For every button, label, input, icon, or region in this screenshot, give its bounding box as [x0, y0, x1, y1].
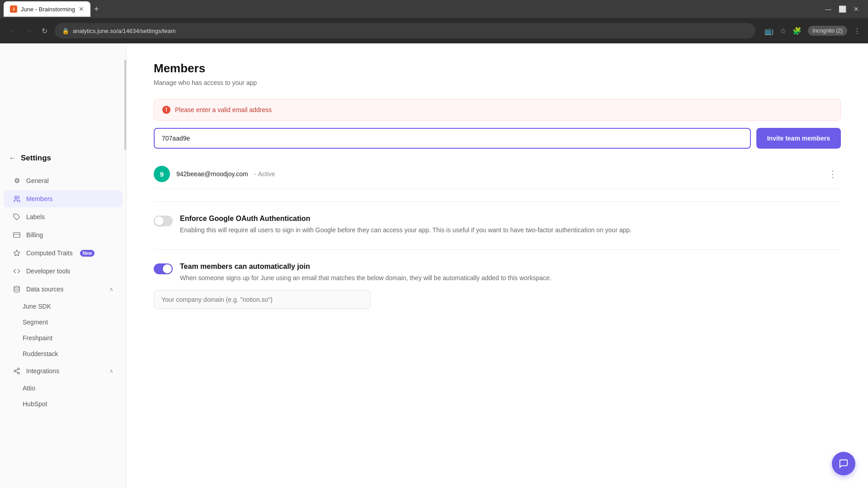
members-icon: [13, 195, 21, 203]
close-window-icon[interactable]: ✕: [854, 5, 859, 13]
sidebar-item-label: Billing: [26, 231, 43, 239]
url-bar[interactable]: 🔒 analytics.june.so/a/14634/settings/tea…: [55, 23, 755, 38]
sidebar-child-rudderstack[interactable]: Rudderstack: [4, 346, 123, 361]
domain-input-wrapper: [154, 290, 841, 309]
menu-icon[interactable]: ⋮: [854, 27, 861, 35]
oauth-section: Enforce Google OAuth Authentication Enab…: [154, 215, 841, 235]
tab-bar: J June - Brainstorming ✕ + — ⬜ ✕: [0, 0, 868, 18]
child-label: Rudderstack: [23, 350, 58, 357]
oauth-toggle[interactable]: [154, 216, 173, 226]
chat-button[interactable]: [832, 452, 855, 475]
app-container: ← Settings ⚙ General Members: [0, 43, 868, 488]
extensions-icon[interactable]: 🧩: [793, 27, 802, 35]
tab-close-button[interactable]: ✕: [79, 6, 84, 12]
data-sources-children: June SDK Segment Freshpaint Rudderstack: [0, 298, 126, 362]
members-list: 9 942beeae@moodjoy.com - Active ⋮: [154, 160, 841, 189]
svg-point-0: [14, 196, 17, 199]
forward-button[interactable]: →: [24, 25, 34, 37]
url-text: analytics.june.so/a/14634/settings/team: [73, 28, 748, 34]
integrations-children: Attio HubSpot: [0, 380, 126, 412]
sidebar: ← Settings ⚙ General Members: [0, 43, 127, 488]
active-tab[interactable]: J June - Brainstorming ✕: [4, 1, 90, 17]
toggle-knob: [155, 216, 164, 225]
auto-join-text: Team members can automatically join When…: [180, 263, 552, 283]
svg-marker-4: [14, 250, 19, 256]
child-label: June SDK: [23, 303, 51, 310]
error-message: Please enter a valid email address: [175, 106, 272, 113]
billing-icon: [13, 231, 21, 239]
toggle-knob: [163, 264, 172, 273]
sidebar-scrollbar: [124, 60, 126, 150]
window-controls: — ⬜ ✕: [825, 5, 864, 13]
data-sources-icon: [13, 285, 21, 293]
expand-icon: ∧: [109, 368, 113, 374]
sidebar-item-developer-tools[interactable]: Developer tools: [4, 263, 123, 280]
sidebar-title: Settings: [21, 154, 51, 163]
tab-favicon: J: [10, 5, 17, 13]
sidebar-item-label: Developer tools: [26, 267, 70, 275]
sidebar-item-label: Data sources: [26, 286, 63, 293]
sidebar-item-label: General: [26, 177, 49, 184]
minimize-icon[interactable]: —: [825, 5, 831, 13]
sidebar-header[interactable]: ← Settings: [0, 150, 126, 172]
sidebar-child-attio[interactable]: Attio: [4, 380, 123, 396]
auto-join-section: Team members can automatically join When…: [154, 263, 841, 309]
sidebar-child-june-sdk[interactable]: June SDK: [4, 299, 123, 314]
avatar-letter: 9: [160, 170, 164, 178]
svg-point-5: [14, 286, 19, 288]
member-avatar: 9: [154, 166, 170, 182]
profile-label: Incognito (2): [812, 28, 843, 34]
domain-input[interactable]: [154, 290, 371, 309]
error-icon: !: [162, 106, 170, 114]
expand-icon: ∧: [109, 286, 113, 292]
labels-icon: [13, 213, 21, 221]
sidebar-item-label: Computed Traits: [26, 249, 73, 257]
oauth-title: Enforce Google OAuth Authentication: [180, 215, 632, 223]
bookmark-icon[interactable]: ☆: [780, 27, 786, 35]
sidebar-item-members[interactable]: Members: [4, 190, 123, 207]
auto-join-toggle-row: Team members can automatically join When…: [154, 263, 841, 283]
new-badge: New: [80, 250, 95, 257]
back-button[interactable]: ←: [7, 25, 18, 37]
auto-join-description: When someone signs up for June using an …: [180, 273, 552, 283]
maximize-icon[interactable]: ⬜: [839, 5, 846, 13]
sidebar-item-label: Labels: [26, 213, 45, 221]
child-label: HubSpot: [23, 400, 47, 408]
developer-tools-icon: [13, 267, 21, 275]
sidebar-child-freshpaint[interactable]: Freshpaint: [4, 330, 123, 346]
auto-join-title: Team members can automatically join: [180, 263, 552, 271]
computed-traits-icon: [13, 249, 21, 257]
child-label: Attio: [23, 385, 35, 392]
child-label: Freshpaint: [23, 334, 52, 342]
main-content: Members Manage who has access to your ap…: [127, 43, 868, 488]
invite-button[interactable]: Invite team members: [756, 128, 841, 149]
member-row: 9 942beeae@moodjoy.com - Active ⋮: [154, 160, 841, 189]
cast-icon[interactable]: 📺: [764, 27, 774, 35]
member-menu-button[interactable]: ⋮: [825, 167, 841, 181]
oauth-text: Enforce Google OAuth Authentication Enab…: [180, 215, 632, 235]
lock-icon: 🔒: [62, 28, 69, 34]
auto-join-toggle[interactable]: [154, 263, 173, 274]
reload-button[interactable]: ↻: [40, 25, 49, 37]
member-status: - Active: [255, 170, 275, 178]
sidebar-child-hubspot[interactable]: HubSpot: [4, 396, 123, 412]
section-divider-2: [154, 249, 841, 250]
sidebar-item-computed-traits[interactable]: Computed Traits New: [4, 244, 123, 262]
child-label: Segment: [23, 319, 48, 326]
email-input[interactable]: [154, 128, 751, 149]
toolbar-icons: 📺 ☆ 🧩 Incognito (2) ⋮: [761, 26, 861, 36]
general-icon: ⚙: [13, 177, 21, 185]
svg-rect-2: [14, 233, 20, 238]
sidebar-item-labels[interactable]: Labels: [4, 208, 123, 225]
tab-title: June - Brainstorming: [21, 6, 75, 13]
svg-line-9: [16, 371, 18, 373]
sidebar-child-segment[interactable]: Segment: [4, 314, 123, 330]
profile-badge[interactable]: Incognito (2): [808, 26, 847, 36]
integrations-icon: [13, 367, 21, 375]
sidebar-item-data-sources[interactable]: Data sources ∧: [4, 281, 123, 298]
svg-line-10: [16, 369, 18, 371]
sidebar-item-general[interactable]: ⚙ General: [4, 172, 123, 189]
new-tab-button[interactable]: +: [94, 5, 99, 14]
sidebar-item-billing[interactable]: Billing: [4, 226, 123, 244]
sidebar-item-integrations[interactable]: Integrations ∧: [4, 362, 123, 380]
